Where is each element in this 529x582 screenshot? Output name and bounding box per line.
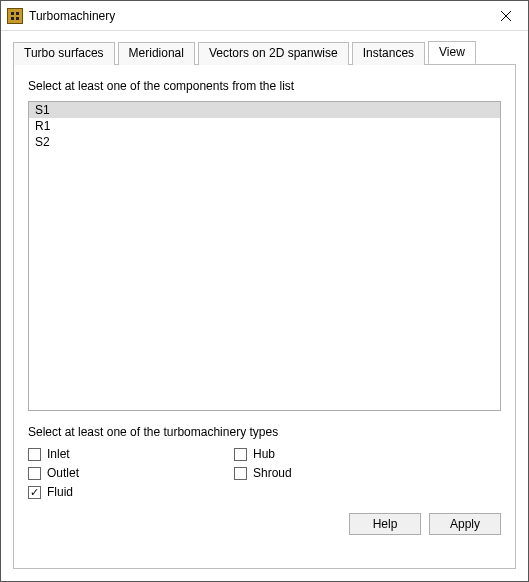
checkbox-label: Hub bbox=[253, 447, 275, 461]
list-item[interactable]: S2 bbox=[29, 134, 500, 150]
tab-instances[interactable]: Instances bbox=[352, 42, 425, 65]
checkbox-row-hub: Hub bbox=[234, 447, 430, 461]
checkbox-inlet[interactable] bbox=[28, 448, 41, 461]
checkbox-row-inlet: Inlet bbox=[28, 447, 224, 461]
list-item[interactable]: R1 bbox=[29, 118, 500, 134]
titlebar: Turbomachinery bbox=[1, 1, 528, 31]
checkbox-shroud[interactable] bbox=[234, 467, 247, 480]
types-checkbox-grid: Inlet Hub Outlet Shroud Fluid bbox=[28, 447, 430, 499]
list-item[interactable]: S1 bbox=[29, 102, 500, 118]
window-title: Turbomachinery bbox=[29, 9, 483, 23]
checkbox-label: Outlet bbox=[47, 466, 79, 480]
content-area: Turbo surfaces Meridional Vectors on 2D … bbox=[1, 31, 528, 581]
checkbox-fluid[interactable] bbox=[28, 486, 41, 499]
checkbox-row-outlet: Outlet bbox=[28, 466, 224, 480]
checkbox-label: Shroud bbox=[253, 466, 292, 480]
checkbox-label: Fluid bbox=[47, 485, 73, 499]
button-row: Help Apply bbox=[28, 513, 501, 535]
tab-strip: Turbo surfaces Meridional Vectors on 2D … bbox=[13, 41, 516, 64]
checkbox-label: Inlet bbox=[47, 447, 70, 461]
components-listbox[interactable]: S1 R1 S2 bbox=[28, 101, 501, 411]
tab-turbo-surfaces[interactable]: Turbo surfaces bbox=[13, 42, 115, 65]
types-label: Select at least one of the turbomachiner… bbox=[28, 425, 501, 439]
tab-vectors-2d-spanwise[interactable]: Vectors on 2D spanwise bbox=[198, 42, 349, 65]
tab-panel-view: Select at least one of the components fr… bbox=[13, 64, 516, 569]
checkbox-row-shroud: Shroud bbox=[234, 466, 430, 480]
close-button[interactable] bbox=[483, 1, 528, 31]
checkbox-outlet[interactable] bbox=[28, 467, 41, 480]
tab-view[interactable]: View bbox=[428, 41, 476, 64]
help-button[interactable]: Help bbox=[349, 513, 421, 535]
tab-meridional[interactable]: Meridional bbox=[118, 42, 195, 65]
app-icon bbox=[7, 8, 23, 24]
close-icon bbox=[501, 8, 511, 24]
components-label: Select at least one of the components fr… bbox=[28, 79, 501, 93]
checkbox-hub[interactable] bbox=[234, 448, 247, 461]
apply-button[interactable]: Apply bbox=[429, 513, 501, 535]
checkbox-row-fluid: Fluid bbox=[28, 485, 224, 499]
